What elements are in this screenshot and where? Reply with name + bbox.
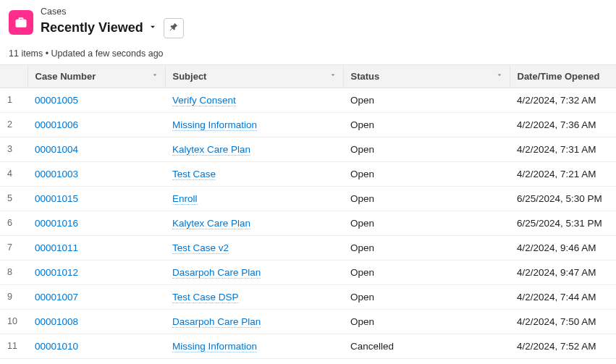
cell-status: Open	[343, 284, 510, 309]
listview-row: Recently Viewed	[41, 18, 184, 38]
subject-link[interactable]: Kalytex Care Plan	[172, 218, 250, 229]
col-header-date-opened[interactable]: Date/Time Opened	[510, 65, 616, 88]
table-row: 300001004Kalytex Care PlanOpen4/2/2024, …	[0, 137, 616, 161]
subject-link[interactable]: Dasarpoh Care Plan	[172, 267, 261, 279]
table-row: 900001007Test Case DSPOpen4/2/2024, 7:44…	[0, 284, 616, 309]
subject-link[interactable]: Test Case DSP	[172, 292, 239, 303]
case-number-link[interactable]: 00001016	[35, 218, 78, 229]
cell-subject: Missing Information	[165, 112, 343, 137]
row-number: 3	[0, 137, 28, 161]
cell-case-number: 00001005	[28, 88, 165, 112]
cell-status: Open	[343, 88, 510, 112]
row-number: 2	[0, 112, 28, 137]
subject-link[interactable]: Test Case	[172, 169, 216, 180]
cell-date-opened: 4/2/2024, 7:50 AM	[510, 309, 616, 334]
table-row: 100001005Verify ConsentOpen4/2/2024, 7:3…	[0, 88, 616, 112]
cell-subject: Test Case	[165, 161, 343, 186]
table-row: 1000001008Dasarpoh Care PlanOpen4/2/2024…	[0, 309, 616, 334]
chevron-down-icon	[148, 20, 158, 35]
col-header-case-number[interactable]: Case Number	[28, 65, 165, 88]
col-header-subject[interactable]: Subject	[165, 65, 343, 88]
cell-subject: Kalytex Care Plan	[165, 211, 343, 235]
case-object-icon	[9, 10, 33, 35]
table-row: 600001016Kalytex Care PlanOpen6/25/2024,…	[0, 211, 616, 235]
header-top: Cases Recently Viewed	[9, 7, 607, 38]
cell-subject: Kalytex Care Plan	[165, 137, 343, 161]
table-row: 700001011Test Case v2Open4/2/2024, 9:46 …	[0, 235, 616, 260]
cell-case-number: 00001011	[28, 235, 165, 260]
col-header-rownum	[0, 65, 28, 88]
row-number: 8	[0, 260, 28, 284]
table-row: 200001006Missing InformationOpen4/2/2024…	[0, 112, 616, 137]
cell-subject: Dasarpoh Care Plan	[165, 309, 343, 334]
table-row: 400001003Test CaseOpen4/2/2024, 7:21 AM	[0, 161, 616, 186]
case-number-link[interactable]: 00001010	[35, 341, 78, 352]
cell-status: Cancelled	[343, 334, 510, 358]
col-header-status-label: Status	[351, 71, 380, 82]
row-number: 1	[0, 88, 28, 112]
row-number: 6	[0, 211, 28, 235]
cell-date-opened: 4/2/2024, 7:52 AM	[510, 334, 616, 358]
cell-status: Open	[343, 186, 510, 211]
subject-link[interactable]: Test Case v2	[172, 242, 229, 254]
cases-table: Case Number Subject Status Date/Time Ope…	[0, 65, 616, 359]
chevron-down-icon	[151, 71, 159, 82]
cell-case-number: 00001004	[28, 137, 165, 161]
case-number-link[interactable]: 00001008	[35, 316, 78, 327]
cell-case-number: 00001006	[28, 112, 165, 137]
cell-status: Open	[343, 211, 510, 235]
listview-picker[interactable]: Recently Viewed	[41, 20, 158, 35]
cell-subject: Verify Consent	[165, 88, 343, 112]
cell-date-opened: 4/2/2024, 7:36 AM	[510, 112, 616, 137]
object-label: Cases	[41, 7, 184, 17]
cell-date-opened: 4/2/2024, 9:46 AM	[510, 235, 616, 260]
cell-subject: Dasarpoh Care Plan	[165, 260, 343, 284]
case-number-link[interactable]: 00001005	[35, 95, 78, 106]
cell-status: Open	[343, 260, 510, 284]
subject-link[interactable]: Dasarpoh Care Plan	[172, 316, 261, 328]
chevron-down-icon	[495, 71, 504, 82]
cell-date-opened: 4/2/2024, 7:44 AM	[510, 284, 616, 309]
case-number-link[interactable]: 00001007	[35, 292, 78, 302]
subject-link[interactable]: Missing Information	[172, 119, 257, 131]
cell-date-opened: 4/2/2024, 7:21 AM	[510, 161, 616, 186]
cell-subject: Enroll	[165, 186, 343, 211]
cell-date-opened: 4/2/2024, 7:32 AM	[510, 88, 616, 112]
case-number-link[interactable]: 00001003	[35, 169, 78, 179]
cell-case-number: 00001016	[28, 211, 165, 235]
cell-case-number: 00001003	[28, 161, 165, 186]
case-number-link[interactable]: 00001015	[35, 193, 78, 204]
cell-date-opened: 6/25/2024, 5:31 PM	[510, 211, 616, 235]
row-number: 5	[0, 186, 28, 211]
listview-name-text: Recently Viewed	[41, 20, 143, 35]
cell-status: Open	[343, 137, 510, 161]
cell-status: Open	[343, 161, 510, 186]
row-number: 4	[0, 161, 28, 186]
chevron-down-icon	[329, 71, 337, 82]
col-header-subject-label: Subject	[173, 71, 207, 82]
cell-case-number: 00001008	[28, 309, 165, 334]
pin-listview-button[interactable]	[164, 18, 184, 38]
case-number-link[interactable]: 00001012	[35, 267, 78, 278]
subject-link[interactable]: Missing Information	[172, 341, 257, 352]
cell-date-opened: 6/25/2024, 5:30 PM	[510, 186, 616, 211]
case-number-link[interactable]: 00001006	[35, 119, 78, 130]
subject-link[interactable]: Enroll	[172, 193, 198, 205]
cell-date-opened: 4/2/2024, 9:47 AM	[510, 260, 616, 284]
table-row: 1100001010Missing InformationCancelled4/…	[0, 334, 616, 358]
row-number: 11	[0, 334, 28, 358]
subject-link[interactable]: Verify Consent	[172, 95, 236, 106]
cases-table-wrap: Case Number Subject Status Date/Time Ope…	[0, 64, 616, 359]
subject-link[interactable]: Kalytex Care Plan	[172, 144, 250, 156]
case-number-link[interactable]: 00001011	[35, 242, 78, 253]
cell-status: Open	[343, 309, 510, 334]
cell-subject: Test Case v2	[165, 235, 343, 260]
cell-date-opened: 4/2/2024, 7:31 AM	[510, 137, 616, 161]
col-header-status[interactable]: Status	[343, 65, 510, 88]
col-header-case-number-label: Case Number	[35, 71, 96, 82]
listview-meta: 11 items • Updated a few seconds ago	[0, 41, 616, 64]
title-stack: Cases Recently Viewed	[41, 7, 184, 38]
case-number-link[interactable]: 00001004	[35, 144, 78, 155]
pin-icon	[169, 22, 179, 34]
cell-case-number: 00001015	[28, 186, 165, 211]
